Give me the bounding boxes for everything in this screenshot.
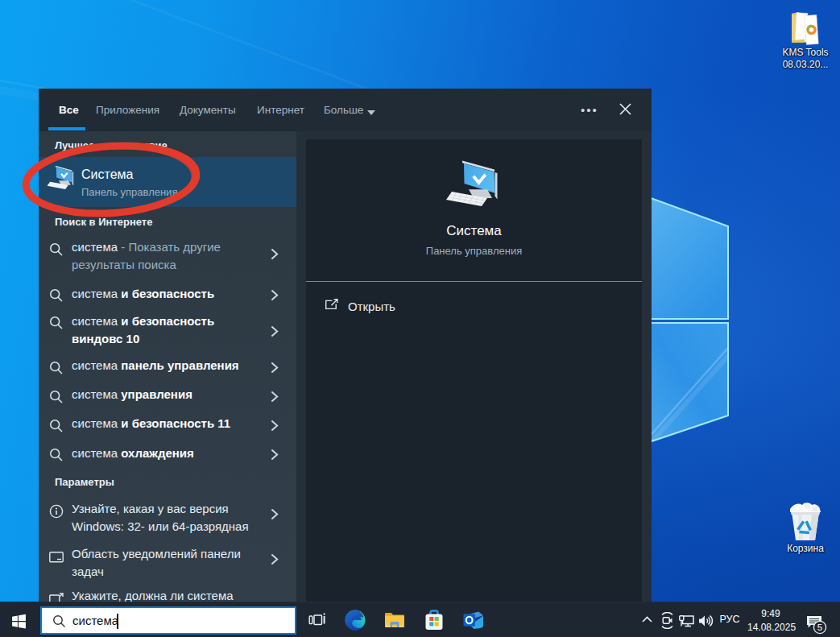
svg-text:5: 5 bbox=[817, 623, 822, 632]
